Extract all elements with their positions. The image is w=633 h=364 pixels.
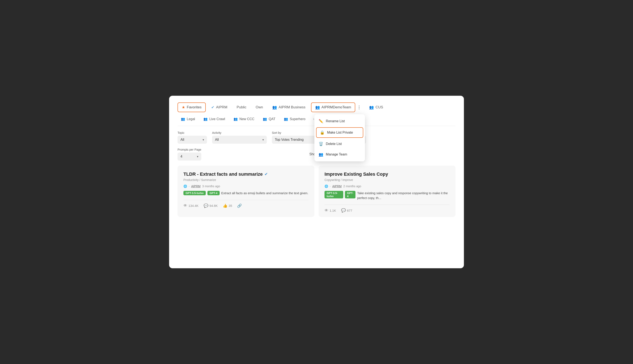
trash-icon: 🗑️ (319, 142, 323, 146)
dropdown-rename[interactable]: ✏️ Rename List (314, 116, 365, 126)
tab2-legal-label: Legal (187, 117, 195, 121)
tab2-live-crawl[interactable]: 👥 Live Crawl (200, 115, 228, 123)
sortby-value: Top Votes Trending (275, 138, 304, 142)
tab2-live-crawl-label: Live Crawl (209, 117, 225, 121)
card-tldr-footer: 👁 134.4K 💬 94.8K 👍 35 🔗 (183, 200, 308, 208)
dropdown-rename-label: Rename List (326, 119, 345, 123)
tabs-row-1: ★ Favorites ✔ AIPRM Public Own 👥 AIPRM B… (178, 102, 455, 112)
rename-icon: ✏️ (319, 119, 323, 124)
team-icon-demo: 👥 (315, 105, 320, 110)
card-sales-views: 👁 1.1K (325, 208, 336, 213)
comment-icon-2: 💬 (341, 208, 346, 213)
card-tldr-title: TLDR - Extract facts and summarize ✔ (183, 172, 308, 177)
tab-aiprmdemo-team-label: AIPRMDemoTeam (322, 105, 351, 110)
ppp-group: Prompts per Page 4 ▾ (178, 148, 201, 160)
tag-gpt4-2: GPT-4 (345, 191, 356, 198)
team-icon-livecrawl: 👥 (203, 117, 208, 121)
tab2-legal[interactable]: 👥 Legal (178, 115, 198, 123)
dropdown-delete[interactable]: 🗑️ Delete List (314, 139, 365, 149)
ppp-label: Prompts per Page (178, 148, 201, 151)
card-sales-title-text: Improve Existing Sales Copy (325, 172, 388, 177)
activity-filter-group: Activity All ▾ (212, 131, 267, 144)
tab2-new-ccc[interactable]: 👥 New CCC (230, 115, 258, 123)
more-options-button[interactable]: ⋮ (355, 103, 363, 112)
eye-icon-1: 👁 (183, 204, 187, 208)
tab2-superhero[interactable]: 👥 Superhero (280, 115, 309, 123)
main-container: ★ Favorites ✔ AIPRM Public Own 👥 AIPRM B… (169, 96, 464, 268)
like-icon-1: 👍 (223, 204, 227, 208)
topic-filter-group: Topic All ▾ (178, 131, 207, 144)
card-tldr-source[interactable]: AIPRM (191, 184, 200, 188)
lock-icon: 🔒 (320, 130, 325, 135)
card-sales-title: Improve Existing Sales Copy (325, 172, 450, 177)
tab-own[interactable]: Own (252, 103, 267, 112)
team-icon-business: 👥 (272, 105, 277, 110)
check-icon: ✔ (211, 105, 214, 110)
topic-select[interactable]: All ▾ (178, 136, 207, 144)
tag-gpt35-2: GPT-3.5-turbo (325, 191, 343, 198)
topic-chevron-icon: ▾ (203, 138, 204, 142)
tag-gpt35-1: GPT-3.5-turbo (183, 191, 206, 195)
card-tldr-link[interactable]: 🔗 (237, 204, 242, 208)
tab2-new-ccc-label: New CCC (239, 117, 254, 121)
card-tldr-time: 3 months ago (202, 184, 220, 188)
card-tldr-views: 👁 134.4K (183, 204, 199, 208)
tab-cus-label: CUS (376, 105, 383, 110)
team-icon-superhero: 👥 (284, 117, 288, 121)
link-icon-1: 🔗 (237, 204, 242, 208)
tab-aiprm-business-label: AIPRM Business (279, 105, 305, 110)
card-tldr-comments-count: 94.8K (209, 204, 218, 208)
verified-icon: ✔ (264, 172, 268, 176)
activity-value: All (215, 138, 219, 142)
tab2-superhero-label: Superhero (290, 117, 305, 121)
card-sales-comments: 💬 677 (341, 208, 352, 213)
tab2-qat[interactable]: 👥 QAT (259, 115, 279, 123)
card-tldr-title-text: TLDR - Extract facts and summarize (183, 172, 263, 177)
globe-icon-2: 🌐 (325, 184, 328, 188)
card-tldr: TLDR - Extract facts and summarize ✔ Pro… (178, 166, 314, 217)
ppp-value: 4 (180, 155, 182, 158)
card-tldr-likes-count: 35 (229, 204, 232, 208)
card-tldr-tags: GPT-3.5-turbo GPT-4 Extract all facts as… (183, 191, 308, 196)
tab-aiprm-business[interactable]: 👥 AIPRM Business (268, 103, 309, 112)
card-tldr-likes: 👍 35 (223, 204, 232, 208)
dropdown-manage-team[interactable]: 👥 Manage Team (314, 149, 365, 160)
activity-chevron-icon: ▾ (262, 138, 264, 142)
tab-aiprmdemo-team[interactable]: 👥 AIPRMDemoTeam (311, 102, 356, 112)
card-sales-footer: 👁 1.1K 💬 677 (325, 204, 450, 213)
card-sales-views-count: 1.1K (330, 209, 336, 212)
card-sales-time: 2 months ago (343, 184, 361, 188)
card-sales-copy: Improve Existing Sales Copy Copywriting … (319, 166, 455, 217)
manage-team-icon: 👥 (319, 152, 323, 157)
ppp-chevron-icon: ▾ (197, 155, 198, 158)
tab-aiprm[interactable]: ✔ AIPRM (207, 103, 231, 112)
card-tldr-meta: 🌐 · AIPRM 3 months ago (183, 184, 308, 188)
team-icon-qat: 👥 (263, 117, 267, 121)
dropdown-make-private[interactable]: 🔒 Make List Private (316, 127, 363, 138)
tab-favorites[interactable]: ★ Favorites (178, 102, 206, 112)
ppp-select[interactable]: 4 ▾ (178, 152, 201, 160)
dropdown-make-private-label: Make List Private (327, 131, 353, 134)
topic-value: All (180, 138, 184, 142)
tab-aiprm-label: AIPRM (216, 105, 227, 110)
tab-group-aiprmdemo: 👥 AIPRMDemoTeam ⋮ ✏️ Rename List 🔒 Make … (311, 102, 363, 112)
tab-public-label: Public (237, 105, 246, 110)
dropdown-delete-label: Delete List (326, 142, 342, 146)
tab-own-label: Own (256, 105, 263, 110)
card-sales-meta: 🌐 · AIPRM 2 months ago (325, 184, 450, 188)
globe-icon-1: 🌐 (183, 184, 187, 188)
card-sales-comments-count: 677 (347, 209, 352, 212)
tab2-qat-label: QAT (269, 117, 275, 121)
card-sales-category: Copywriting / Improve (325, 178, 450, 182)
team-icon-legal: 👥 (181, 117, 185, 121)
card-sales-desc: Take existing sales copy and response co… (357, 191, 450, 200)
team-icon-newccc: 👥 (233, 117, 238, 121)
card-tldr-comments: 💬 94.8K (204, 204, 218, 208)
dropdown-menu: ✏️ Rename List 🔒 Make List Private 🗑️ De… (314, 114, 365, 162)
tab-cus[interactable]: 👥 CUS (365, 103, 387, 112)
activity-select[interactable]: All ▾ (212, 136, 267, 144)
card-sales-source[interactable]: AIPRM (332, 184, 342, 188)
tab-favorites-label: Favorites (187, 105, 201, 110)
tab-public[interactable]: Public (233, 103, 250, 112)
dropdown-manage-team-label: Manage Team (326, 152, 347, 156)
